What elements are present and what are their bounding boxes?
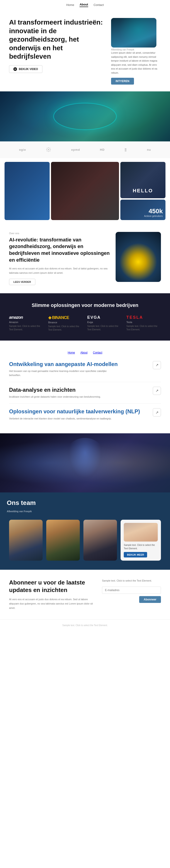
logo-flower (46, 147, 51, 153)
service-1-content: Ontwikkeling van aangepaste AI-modellen … (9, 361, 118, 377)
service-3-title: Oplossingen voor natuurlijke taalverwerk… (9, 408, 140, 415)
brand-binance-desc: Sample text. Click to select the Text El… (48, 324, 83, 332)
services-nav-home[interactable]: Home (68, 351, 75, 354)
services-nav-about[interactable]: About (81, 351, 87, 354)
brand-binance: ◈ BINANCE Binance Sample text. Click to … (48, 315, 83, 332)
hero-image-caption: Afbeelding van Freepik (111, 49, 161, 51)
grid-stat-cell: 450k Actieve gebruikers (120, 199, 166, 220)
nav-about[interactable]: About (80, 3, 88, 7)
svg-point-8 (47, 151, 48, 151)
subscribe-right: Sample text. Click to select the Text El… (102, 579, 161, 603)
brand-amazon: amazon Amazon Sample text. Click to sele… (9, 315, 44, 332)
about-content: Over ons AI-revolutie: transformatie van… (9, 232, 110, 285)
robot-glow (62, 438, 108, 488)
subscribe-side-text: Sample text. Click to select the Text El… (102, 579, 161, 583)
brand-evga: EVGA Evga Sample text. Click to select t… (87, 315, 122, 332)
dark-section-heading: Slimme oplossingen voor moderne bedrijve… (9, 302, 161, 308)
about-section: Over ons AI-revolutie: transformatie van… (0, 224, 170, 293)
stat-label: Actieve gebruikers (144, 215, 163, 217)
email-input[interactable] (102, 587, 161, 594)
service-3-content: Oplossingen voor natuurlijke taalverwerk… (9, 408, 140, 421)
hero-right-panel: Afbeelding van Freepik Lorem ipsum dolor… (111, 18, 161, 85)
about-heading: AI-revolutie: transformatie van gezondhe… (9, 237, 110, 264)
footer: Sample text. Click to select the Text El… (0, 619, 170, 631)
hero-image-inner (111, 18, 157, 48)
brand-evga-logo: EVGA (87, 315, 122, 320)
subscribe-section: Abonneer u voor de laatste updates en in… (0, 570, 170, 619)
brand-binance-logo: ◈ BINANCE (48, 315, 83, 320)
logo-hd: HD (100, 148, 105, 151)
watch-video-button[interactable]: BEKIJK VIDEO (9, 65, 42, 73)
team-member-info: Sample text. Click to select the Text El… (121, 520, 161, 561)
brand-amazon-name: Amazon (9, 321, 44, 323)
service-3-arrow[interactable]: ↗ (153, 408, 161, 416)
robot-image-inner (116, 232, 161, 282)
svg-point-7 (49, 148, 50, 149)
service-item-2: Data-analyse en inzichten bruikbare inzi… (9, 382, 161, 404)
service-2-title: Data-analyse en inzichten (9, 387, 101, 393)
svg-point-0 (48, 149, 49, 150)
service-1-title: Ontwikkeling van aangepaste AI-modellen (9, 361, 118, 368)
nav-contact[interactable]: Contact (94, 3, 104, 7)
hero-image (111, 18, 157, 48)
robot-banner (0, 433, 170, 492)
team-member-1 (9, 520, 43, 561)
brand-evga-name: Evga (87, 321, 122, 323)
svg-point-2 (48, 151, 49, 152)
brand-tesla-desc: Sample text. Click to select the Text El… (126, 324, 161, 331)
svg-point-1 (48, 147, 49, 148)
subscribe-left: Abonneer u voor de laatste updates en in… (9, 579, 95, 610)
service-1-arrow[interactable]: ↗ (153, 361, 161, 369)
team-member-image (124, 523, 158, 541)
brand-evga-desc: Sample text. Click to select the Text El… (87, 324, 122, 331)
service-3-desc: Verbetert de interactie met klanten door… (9, 417, 118, 421)
team-grid: Sample text. Click to select the Text El… (9, 520, 161, 561)
svg-point-3 (46, 149, 47, 150)
service-2-desc: bruikbare inzichten uit grote datasets h… (9, 395, 101, 399)
play-icon (13, 67, 17, 71)
grid-image-blue (4, 162, 50, 220)
team-member-text: Sample text. Click to select the Text El… (124, 544, 158, 550)
svg-point-4 (50, 149, 51, 150)
hero-subscribe-button[interactable]: INTYEREN (111, 78, 134, 85)
service-1-desc: Het bouwen van op maat gemaakte machine … (9, 369, 118, 377)
services-nav: Home About Contact (9, 349, 161, 356)
service-item-3: Oplossingen voor natuurlijke taalverwerk… (9, 404, 161, 425)
services-nav-contact[interactable]: Contact (93, 351, 102, 354)
hero-section: AI transformeert industrieën: innovatie … (0, 10, 170, 91)
logo-ogie: ogie (19, 148, 26, 151)
logo-dots: ⣿ (124, 148, 127, 151)
subscribe-body: At vero eos et accusam et justo duo dolo… (9, 597, 95, 610)
vr-circle-decoration (53, 103, 117, 130)
team-member-3 (83, 520, 117, 561)
image-grid: HELLO 450k Actieve gebruikers (0, 158, 170, 224)
svg-point-5 (47, 148, 48, 149)
brand-tesla-logo: TESLA (126, 315, 161, 320)
bekijk-meer-button[interactable]: BEKIJK MEER (124, 552, 147, 557)
service-2-arrow[interactable]: ↗ (153, 387, 161, 395)
navigation: Home About Contact (0, 0, 170, 10)
logos-section: ogie epmd HD ⣿ nu (0, 142, 170, 158)
dark-brands-section: Slimme oplossingen voor moderne bedrijve… (0, 293, 170, 341)
brand-tesla: TESLA Tesla Sample text. Click to select… (126, 315, 161, 332)
read-more-button[interactable]: LEES VERDER (9, 279, 35, 285)
footer-caption: Sample text. Click to select the Text El… (62, 624, 108, 626)
hero-heading: AI transformeert industrieën: innovatie … (9, 18, 107, 61)
about-body: At vero eos et accusam et justo duo dolo… (9, 267, 110, 275)
hero-body-text: Lorem ipsum dolor sit amet, consectetur … (111, 51, 161, 75)
services-section: Home About Contact Ontwikkeling van aang… (0, 341, 170, 434)
brand-binance-name: Binance (48, 321, 83, 324)
subscribe-heading: Abonneer u voor de laatste updates en in… (9, 579, 95, 594)
grid-image-monitor: HELLO (120, 162, 166, 198)
service-2-content: Data-analyse en inzichten bruikbare inzi… (9, 387, 101, 399)
vr-banner (0, 91, 170, 142)
team-title: Ons team Afbeelding van Freepik (7, 499, 36, 514)
nav-home[interactable]: Home (66, 3, 74, 7)
subscribe-submit-button[interactable]: Abonneer (139, 596, 161, 603)
logo-nu: nu (147, 148, 151, 151)
team-member-2 (46, 520, 80, 561)
brand-amazon-desc: Sample text. Click to select the Text El… (9, 324, 44, 331)
brand-amazon-logo: amazon (9, 315, 44, 320)
brands-grid: amazon Amazon Sample text. Click to sele… (9, 315, 161, 332)
svg-point-6 (49, 151, 50, 151)
